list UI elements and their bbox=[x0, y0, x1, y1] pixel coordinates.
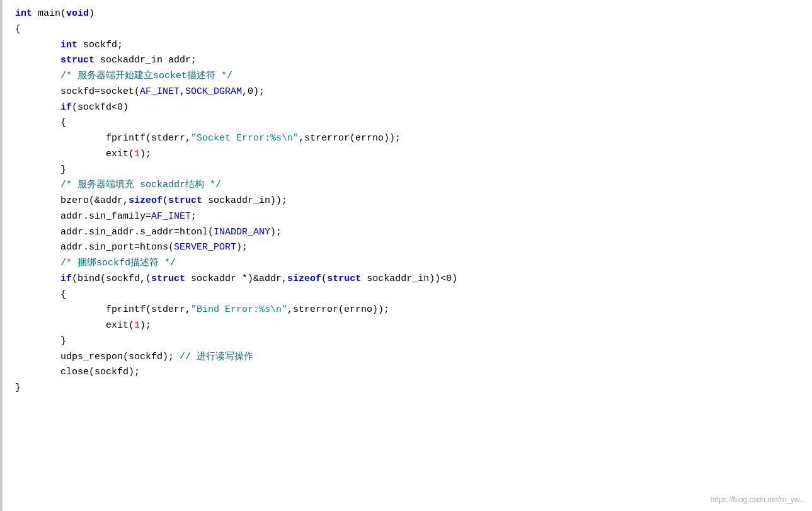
line-9: { bbox=[15, 115, 812, 131]
line-12: } bbox=[15, 163, 812, 178]
line-7: sockfd=socket(AF_INET,SOCK_DGRAM,0); bbox=[15, 84, 812, 100]
line-27: udps_respon(sockfd); // 进行读写操作 bbox=[15, 350, 812, 365]
line-8: if(sockfd<0) bbox=[15, 100, 812, 116]
line-15: bzero(&addr,sizeof(struct sockaddr_in)); bbox=[15, 193, 812, 209]
line-25: } bbox=[15, 334, 812, 350]
line-22: { bbox=[15, 287, 812, 303]
line-4: struct sockaddr_in addr; bbox=[15, 53, 812, 69]
code-block: int main(void) { int sockfd; struct sock… bbox=[9, 6, 812, 396]
line-2: { bbox=[15, 22, 812, 38]
line-21: if(bind(sockfd,(struct sockaddr *)&addr,… bbox=[15, 272, 812, 287]
code-container: int main(void) { int sockfd; struct sock… bbox=[0, 0, 812, 511]
line-18: addr.sin_port=htons(SERVER_PORT); bbox=[15, 240, 812, 256]
line-6: /* 服务器端开始建立socket描述符 */ bbox=[15, 69, 812, 84]
line-10: fprintf(stderr,"Socket Error:%s\n",strer… bbox=[15, 131, 812, 147]
line-28: close(sockfd); bbox=[15, 365, 812, 381]
line-16: addr.sin_family=AF_INET; bbox=[15, 209, 812, 225]
watermark: https://blog.csdn.net/m_yw... bbox=[711, 494, 806, 506]
line-1: int main(void) bbox=[15, 6, 812, 22]
line-23: fprintf(stderr,"Bind Error:%s\n",strerro… bbox=[15, 302, 812, 318]
line-20: /* 捆绑sockfd描述符 */ bbox=[15, 256, 812, 272]
line-24: exit(1); bbox=[15, 318, 812, 334]
line-3: int sockfd; bbox=[15, 38, 812, 54]
line-11: exit(1); bbox=[15, 147, 812, 163]
line-17: addr.sin_addr.s_addr=htonl(INADDR_ANY); bbox=[15, 225, 812, 241]
line-30: } bbox=[15, 381, 812, 396]
line-14: /* 服务器端填充 sockaddr结构 */ bbox=[15, 178, 812, 193]
